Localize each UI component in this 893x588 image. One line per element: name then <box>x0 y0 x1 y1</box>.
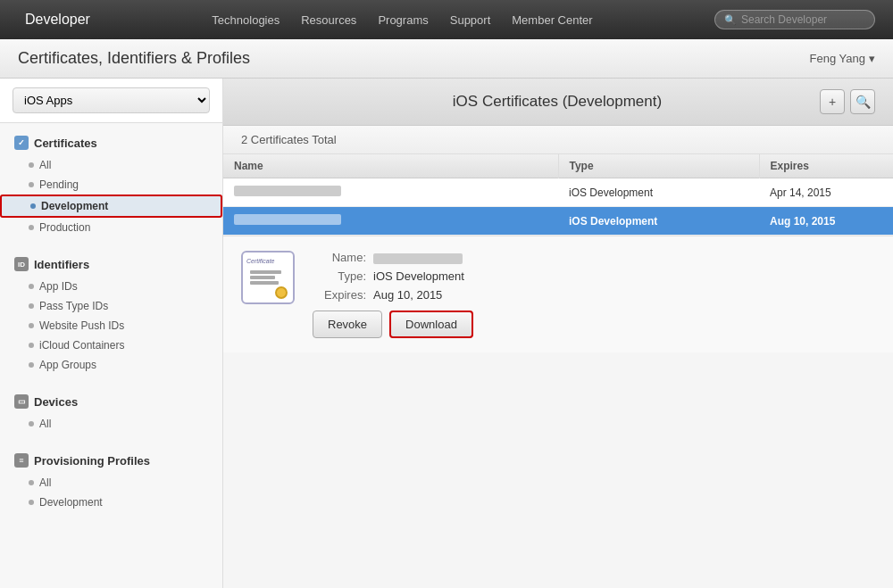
page-title: Certificates, Identifiers & Profiles <box>18 49 250 68</box>
section-label-certificates: Certificates <box>34 137 97 150</box>
add-certificate-button[interactable]: + <box>820 89 845 114</box>
col-header-name: Name <box>223 154 558 178</box>
sidebar-item-app-groups[interactable]: App Groups <box>0 355 222 375</box>
logo[interactable]: Developer <box>18 12 90 28</box>
dot-icon <box>29 343 34 348</box>
content-actions: + 🔍 <box>820 89 875 114</box>
sidebar-item-pass-type-ids[interactable]: Pass Type IDs <box>0 296 222 316</box>
main-layout: iOS Apps Mac Apps tvOS Apps ✓ Certificat… <box>0 79 893 588</box>
section-header-devices: ▭ Devices <box>0 393 222 414</box>
detail-name-row: Name: <box>313 251 875 264</box>
top-nav: Developer Technologies Resources Program… <box>0 0 893 39</box>
cert-expires-cell: Apr 14, 2015 <box>759 178 893 207</box>
content-title: iOS Certificates (Development) <box>295 93 820 111</box>
revoke-button[interactable]: Revoke <box>313 311 382 338</box>
dot-icon <box>29 182 34 187</box>
table-count: 2 Certificates Total <box>223 126 893 154</box>
table-header-row: Name Type Expires <box>223 154 893 178</box>
dot-icon <box>29 303 34 309</box>
sidebar-section-identifiers: ID Identifiers App IDs Pass Type IDs Web… <box>0 244 222 382</box>
content-area: iOS Certificates (Development) + 🔍 2 Cer… <box>223 79 893 588</box>
cert-expires-cell: Aug 10, 2015 <box>759 207 893 236</box>
provisioning-icon: ≡ <box>14 453 29 468</box>
app-type-select[interactable]: iOS Apps Mac Apps tvOS Apps <box>13 87 210 113</box>
dot-icon <box>29 323 34 328</box>
table-row[interactable]: iOS Development Apr 14, 2015 <box>223 178 893 207</box>
search-box[interactable]: 🔍 <box>714 10 875 29</box>
cert-detail-panel: Certificate Name: Type: iOS <box>223 236 893 352</box>
nav-member-center[interactable]: Member Center <box>512 13 592 27</box>
nav-resources[interactable]: Resources <box>301 13 356 27</box>
search-certificates-button[interactable]: 🔍 <box>850 89 875 114</box>
sidebar-item-cert-all[interactable]: All <box>0 155 222 175</box>
sidebar-item-icloud-containers[interactable]: iCloud Containers <box>0 335 222 355</box>
sidebar: iOS Apps Mac Apps tvOS Apps ✓ Certificat… <box>0 79 223 588</box>
devices-icon: ▭ <box>14 394 29 409</box>
sidebar-item-provisioning-all[interactable]: All <box>0 473 222 493</box>
cert-icon: Certificate <box>241 251 295 304</box>
identifiers-icon: ID <box>14 257 29 271</box>
certificates-icon: ✓ <box>14 136 29 150</box>
detail-name-label: Name: <box>313 251 366 264</box>
logo-label: Developer <box>25 12 90 28</box>
certificates-table-container: 2 Certificates Total Name Type Expires i… <box>223 126 893 352</box>
sidebar-section-devices: ▭ Devices All <box>0 382 222 441</box>
section-label-devices: Devices <box>34 395 78 409</box>
detail-name-value <box>373 251 463 264</box>
detail-type-label: Type: <box>313 269 366 283</box>
detail-actions: Revoke Download <box>313 311 875 338</box>
table-row[interactable]: iOS Development Aug 10, 2015 <box>223 207 893 236</box>
cert-type-cell: iOS Development <box>558 178 759 207</box>
detail-expires-label: Expires: <box>313 288 366 302</box>
detail-expires-value: Aug 10, 2015 <box>373 288 442 302</box>
dot-icon <box>29 500 34 505</box>
detail-expires-row: Expires: Aug 10, 2015 <box>313 288 875 302</box>
dot-icon <box>29 162 34 168</box>
user-menu[interactable]: Feng Yang ▾ <box>810 52 875 65</box>
cert-name-cell <box>223 178 558 207</box>
sidebar-item-cert-production[interactable]: Production <box>0 218 222 237</box>
sidebar-item-cert-development[interactable]: Development <box>0 195 222 218</box>
certificates-table: Name Type Expires iOS Development Apr 14… <box>223 154 893 236</box>
dot-icon <box>30 203 36 209</box>
nav-technologies[interactable]: Technologies <box>212 13 280 27</box>
sidebar-dropdown[interactable]: iOS Apps Mac Apps tvOS Apps <box>0 79 222 123</box>
cert-name-cell <box>223 207 558 236</box>
cert-detail-info: Name: Type: iOS Development Expires: Aug… <box>313 251 875 338</box>
col-header-expires: Expires <box>759 154 893 178</box>
detail-type-value: iOS Development <box>373 269 464 283</box>
cert-name-blurred-selected <box>234 214 341 225</box>
name-blurred <box>373 253 463 264</box>
detail-type-row: Type: iOS Development <box>313 269 875 283</box>
user-dropdown-icon: ▾ <box>869 52 875 65</box>
section-label-identifiers: Identifiers <box>34 258 89 271</box>
cert-type-cell: iOS Development <box>558 207 759 236</box>
sub-header: Certificates, Identifiers & Profiles Fen… <box>0 39 893 79</box>
nav-programs[interactable]: Programs <box>378 13 428 27</box>
user-name: Feng Yang <box>810 52 865 65</box>
content-header: iOS Certificates (Development) + 🔍 <box>223 79 893 126</box>
dot-icon <box>29 225 34 230</box>
section-label-provisioning: Provisioning Profiles <box>34 454 150 468</box>
col-header-type: Type <box>558 154 759 178</box>
sidebar-section-provisioning: ≡ Provisioning Profiles All Development <box>0 441 222 519</box>
cert-name-blurred <box>234 186 341 196</box>
sidebar-item-app-ids[interactable]: App IDs <box>0 277 222 296</box>
top-nav-links: Technologies Resources Programs Support … <box>117 13 688 27</box>
sidebar-item-provisioning-development[interactable]: Development <box>0 493 222 512</box>
sidebar-item-website-push-ids[interactable]: Website Push IDs <box>0 316 222 335</box>
sidebar-section-certificates: ✓ Certificates All Pending Development P… <box>0 123 222 244</box>
cert-medal-icon <box>275 286 288 299</box>
dot-icon <box>29 284 34 289</box>
section-header-certificates: ✓ Certificates <box>0 134 222 155</box>
search-input[interactable] <box>741 13 866 26</box>
dot-icon <box>29 421 34 427</box>
dot-icon <box>29 480 34 485</box>
section-header-provisioning: ≡ Provisioning Profiles <box>0 451 222 473</box>
sidebar-item-devices-all[interactable]: All <box>0 414 222 434</box>
nav-support[interactable]: Support <box>450 13 491 27</box>
search-icon: 🔍 <box>724 14 737 26</box>
download-button[interactable]: Download <box>389 311 473 338</box>
sidebar-item-cert-pending[interactable]: Pending <box>0 175 222 195</box>
section-header-identifiers: ID Identifiers <box>0 255 222 277</box>
